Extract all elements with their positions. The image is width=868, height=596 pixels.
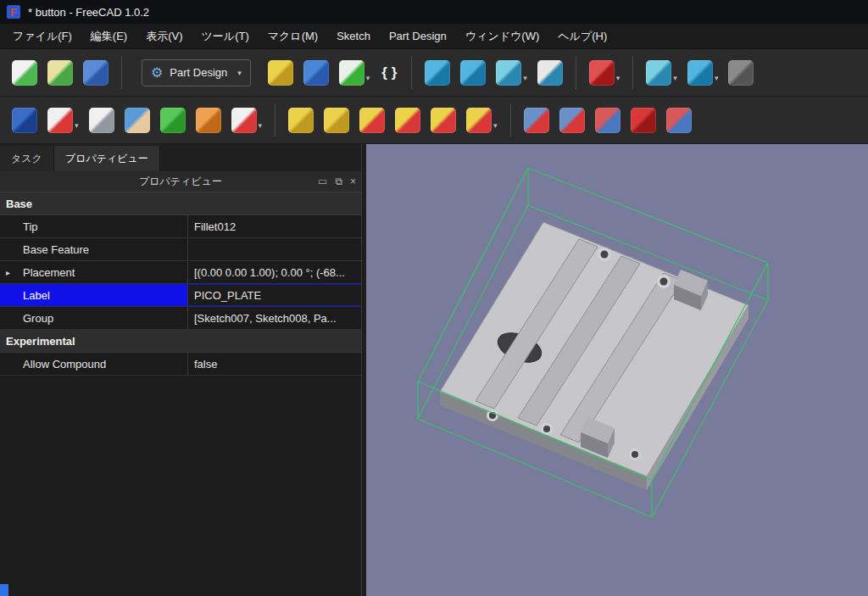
draw-style-icon[interactable]: ▾ [646, 60, 677, 86]
fit-all-icon[interactable] [425, 60, 450, 86]
chevron-down-icon[interactable]: ▾ [616, 74, 620, 86]
property-label[interactable]: Label [0, 284, 188, 306]
validate-sketch-icon[interactable] [125, 108, 150, 133]
save-document-icon[interactable] [83, 60, 108, 86]
menu-part-design[interactable]: Part Design [380, 24, 456, 49]
model-hole [632, 451, 638, 458]
model-hole [660, 278, 668, 286]
measure-icon [537, 60, 563, 86]
create-body-icon[interactable] [12, 108, 37, 133]
measure-icon[interactable] [537, 60, 563, 86]
float-panel-button[interactable]: ▭ [318, 175, 327, 187]
pad-icon[interactable] [288, 108, 314, 133]
menu-tools[interactable]: ツール(T) [192, 24, 259, 49]
toolbar-separator [275, 104, 275, 136]
property-value[interactable]: [Sketch007, Sketch008, Pa... [188, 307, 361, 329]
menu-edit[interactable]: 編集(E) [81, 24, 136, 49]
create-shapebinder-icon[interactable] [160, 108, 186, 133]
property-group-experimental[interactable]: Experimental [0, 330, 361, 353]
create-sketch-icon[interactable]: ▾ [47, 108, 79, 133]
multitransform-icon[interactable] [595, 108, 620, 133]
model-hole [543, 426, 550, 432]
create-datum-icon [231, 108, 257, 133]
open-document-icon [47, 60, 73, 86]
workbench-selector[interactable]: ⚙ Part Design ▾ [142, 59, 251, 86]
property-label-text: Placement [23, 266, 75, 279]
revolution-icon[interactable] [324, 108, 349, 133]
property-label[interactable]: Group [0, 307, 188, 329]
fit-selection-icon[interactable] [460, 60, 486, 86]
3d-model[interactable] [440, 222, 748, 490]
chevron-down-icon[interactable]: ▾ [523, 74, 527, 86]
menu-file[interactable]: ファイル(F) [3, 24, 81, 49]
more-tools-icon[interactable] [728, 60, 754, 86]
chevron-down-icon[interactable]: ▾ [493, 121, 498, 133]
groove-icon[interactable] [395, 108, 420, 133]
3d-scene [366, 144, 868, 596]
close-panel-button[interactable]: × [350, 175, 356, 187]
property-label[interactable]: Base Feature [0, 238, 188, 260]
chevron-down-icon[interactable]: ▾ [366, 74, 370, 86]
property-value[interactable]: Fillet012 [188, 215, 361, 237]
tab-tasks[interactable]: タスク [0, 146, 54, 171]
property-row-group[interactable]: Group[Sketch007, Sketch008, Pa... [0, 307, 361, 330]
property-value[interactable] [188, 238, 361, 260]
property-row-placement[interactable]: ▸Placement[(0.00 0.00 1.00); 0.00 °; (-6… [0, 261, 361, 284]
expander-icon[interactable]: ▸ [6, 268, 10, 277]
polar-pattern-icon[interactable] [559, 108, 585, 133]
chevron-down-icon[interactable]: ▾ [715, 74, 719, 86]
selection-filter-icon[interactable]: ▾ [589, 60, 620, 86]
macro-braces-icon[interactable]: { } [380, 60, 398, 86]
property-table: BaseTipFillet012Base Feature▸Placement[(… [0, 192, 361, 376]
create-body-icon [12, 108, 37, 133]
axonometric-view-icon[interactable]: ▾ [496, 60, 527, 86]
pocket-icon[interactable] [359, 108, 385, 133]
polar-pattern-icon [559, 108, 585, 133]
property-value[interactable]: false [188, 353, 361, 375]
menu-sketch[interactable]: Sketch [327, 24, 380, 49]
boolean-operation-icon[interactable] [666, 108, 692, 133]
property-label-text: Tip [23, 220, 38, 233]
mirrored-icon[interactable] [524, 108, 549, 133]
undock-panel-button[interactable]: ⧉ [335, 175, 342, 187]
panel-title: プロパティビュー [0, 175, 361, 189]
create-group-icon[interactable] [303, 60, 329, 86]
property-row-label[interactable]: LabelPICO_PLATE [0, 284, 361, 307]
hole-icon[interactable]: ▾ [466, 108, 498, 133]
subtractive-primitive-icon[interactable] [631, 108, 656, 133]
menu-window[interactable]: ウィンドウ(W) [456, 24, 548, 49]
refresh-view-icon[interactable]: ▾ [687, 60, 719, 86]
property-row-base-feature[interactable]: Base Feature [0, 238, 361, 261]
property-group-base[interactable]: Base [0, 192, 361, 215]
multitransform-icon [595, 108, 620, 133]
create-part-icon [268, 60, 293, 86]
create-clone-icon[interactable] [196, 108, 221, 133]
menu-view[interactable]: 表示(V) [136, 24, 192, 49]
open-document-icon[interactable] [47, 60, 73, 86]
property-row-allow-compound[interactable]: Allow Compoundfalse [0, 353, 361, 376]
edit-sketch-icon[interactable] [89, 108, 114, 133]
property-value[interactable]: PICO_PLATE [188, 284, 361, 306]
create-group-icon [303, 60, 329, 86]
save-document-icon [83, 60, 108, 86]
menu-macro[interactable]: マクロ(M) [259, 24, 327, 49]
chevron-down-icon[interactable]: ▾ [75, 121, 79, 133]
property-label[interactable]: Allow Compound [0, 353, 188, 375]
property-label-text: Group [23, 312, 53, 325]
property-row-tip[interactable]: TipFillet012 [0, 215, 361, 238]
menu-help[interactable]: ヘルプ(H) [548, 24, 616, 49]
tab-property-view[interactable]: プロパティビュー [54, 146, 160, 171]
corner-accent [0, 584, 8, 596]
make-link-icon[interactable]: ▾ [339, 60, 370, 86]
property-label[interactable]: Tip [0, 215, 188, 237]
new-document-icon[interactable] [12, 60, 37, 86]
chevron-down-icon[interactable]: ▾ [673, 74, 677, 86]
property-value[interactable]: [(0.00 0.00 1.00); 0.00 °; (-68... [188, 261, 361, 283]
panel-empty-area [0, 376, 361, 596]
chevron-down-icon[interactable]: ▾ [259, 121, 263, 133]
property-label[interactable]: ▸Placement [0, 261, 188, 283]
create-datum-icon[interactable]: ▾ [231, 108, 263, 133]
3d-viewport[interactable] [366, 144, 868, 596]
create-part-icon[interactable] [268, 60, 293, 86]
additive-helix-icon[interactable] [431, 108, 456, 133]
